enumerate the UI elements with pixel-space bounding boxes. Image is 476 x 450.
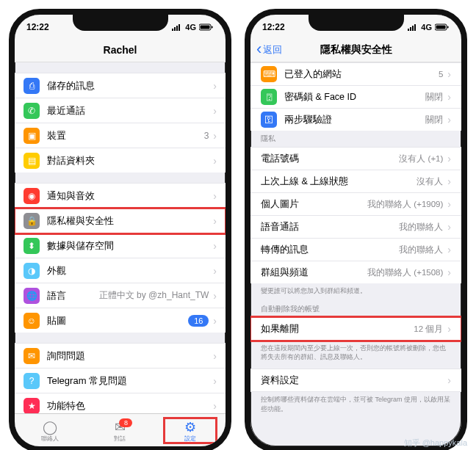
chevron-right-icon: › — [213, 400, 217, 412]
section-footer-privacy: 變更誰可以將您加入到群組和頻道。 — [250, 283, 461, 297]
row-label: 兩步驟驗證 — [284, 114, 425, 126]
chevron-right-icon: › — [447, 244, 451, 255]
faq-icon: ? — [24, 373, 40, 389]
bell-icon: ◉ — [24, 188, 40, 204]
faceid-icon: ⍰ — [261, 89, 277, 105]
settings-row[interactable]: 🌐語言正體中文 by @zh_Hant_TW› — [15, 283, 226, 308]
row-detail: 我的聯絡人 — [399, 244, 443, 255]
row-label: 外觀 — [47, 264, 212, 277]
battery-icon — [435, 23, 450, 31]
row-label: 隱私權與安全性 — [47, 214, 212, 228]
settings-row[interactable]: ▤對話資料夾› — [15, 148, 226, 173]
settings-list[interactable]: ⎙儲存的訊息›✆最近通話›▣裝置3›▤對話資料夾›◉通知與音效›🔒隱私權與安全性… — [15, 62, 226, 416]
settings-row[interactable]: ⬍數據與儲存空間› — [15, 233, 226, 258]
settings-row[interactable]: 🔒隱私權與安全性› — [15, 208, 226, 233]
svg-rect-3 — [178, 24, 180, 31]
row-label: 通知與音效 — [47, 189, 212, 203]
settings-row[interactable]: ◉通知與音效› — [15, 183, 226, 208]
privacy-list[interactable]: ⌨已登入的網站5›⍰密碼鎖 & Face ID關閉›⚿兩步驟驗證關閉› 隱私 電… — [250, 62, 461, 449]
chevron-right-icon: › — [447, 266, 451, 278]
tab-chats[interactable]: 8 ✉ 對話 — [94, 418, 145, 443]
row-detail: 沒有人 (+1) — [399, 153, 443, 164]
language-icon: 🌐 — [24, 288, 40, 304]
svg-rect-13 — [447, 26, 449, 29]
chevron-right-icon: › — [213, 215, 217, 227]
row-detail: 我的聯絡人 — [399, 222, 443, 233]
row-detail: 3 — [204, 131, 209, 141]
notch — [73, 15, 168, 31]
status-time: 12:22 — [262, 22, 285, 32]
settings-row[interactable]: ◑外觀› — [15, 258, 226, 283]
settings-row[interactable]: ☺貼圖16› — [15, 308, 226, 333]
row-data-settings[interactable]: 資料設定 › — [250, 369, 461, 392]
privacy-row[interactable]: 個人圖片我的聯絡人 (+1909)› — [250, 193, 461, 216]
lock-icon: 🔒 — [24, 213, 40, 229]
back-button[interactable]: 返回 — [256, 43, 282, 57]
svg-rect-0 — [172, 29, 173, 31]
title-bar: Rachel — [15, 38, 226, 62]
svg-rect-8 — [410, 27, 411, 31]
key-icon: ⚿ — [261, 112, 277, 128]
row-label: Telegram 常見問題 — [47, 374, 212, 388]
settings-row[interactable]: ⍰密碼鎖 & Face ID關閉› — [250, 86, 461, 109]
privacy-row[interactable]: 電話號碼沒有人 (+1)› — [250, 147, 461, 170]
network-label: 4G — [421, 23, 432, 32]
privacy-row[interactable]: 上次上線 & 上線狀態沒有人› — [250, 170, 461, 193]
chevron-right-icon: › — [213, 350, 217, 362]
chevron-right-icon: › — [213, 190, 217, 202]
row-label: 詢問問題 — [47, 349, 212, 363]
chat-icon: ✉ — [24, 348, 40, 364]
row-label: 個人圖片 — [261, 198, 367, 211]
chevron-right-icon: › — [447, 175, 451, 187]
settings-row[interactable]: ⚿兩步驟驗證關閉› — [250, 109, 461, 131]
row-badge: 16 — [188, 315, 209, 327]
row-label: 語音通話 — [261, 221, 399, 233]
settings-row[interactable]: ✆最近通話› — [15, 98, 226, 123]
svg-rect-7 — [408, 29, 409, 31]
settings-row[interactable]: ▣裝置3› — [15, 123, 226, 148]
settings-row[interactable]: ?Telegram 常見問題› — [15, 369, 226, 393]
row-label: 電話號碼 — [261, 153, 399, 165]
privacy-row[interactable]: 轉傳的訊息我的聯絡人› — [250, 239, 461, 261]
chevron-right-icon: › — [213, 265, 217, 277]
data-icon: ⬍ — [24, 238, 40, 254]
tab-settings[interactable]: ⚙ 設定 — [165, 418, 216, 443]
svg-rect-6 — [212, 26, 213, 29]
row-if-away[interactable]: 如果離開 12 個月 › — [250, 317, 461, 341]
battery-icon — [199, 23, 214, 31]
tab-label: 聯絡人 — [41, 435, 59, 443]
tab-contacts[interactable]: ◯ 聯絡人 — [24, 418, 76, 443]
privacy-row[interactable]: 語音通話我的聯絡人› — [250, 216, 461, 239]
chevron-right-icon: › — [447, 68, 451, 80]
chevron-right-icon: › — [447, 221, 451, 233]
chevron-right-icon: › — [213, 240, 217, 252]
page-title: 隱私權與安全性 — [320, 43, 392, 57]
chevron-right-icon: › — [213, 315, 217, 327]
signal-icon — [408, 23, 418, 31]
chevron-right-icon: › — [447, 114, 451, 126]
row-label: 數據與儲存空間 — [47, 239, 212, 253]
features-icon: ★ — [24, 398, 40, 414]
settings-row[interactable]: ✉詢問問題› — [15, 343, 226, 369]
settings-row[interactable]: ⎙儲存的訊息› — [15, 73, 226, 98]
folder-icon: ▤ — [24, 153, 40, 169]
appearance-icon: ◑ — [24, 263, 40, 279]
tab-label: 對話 — [114, 435, 126, 443]
row-label: 裝置 — [47, 129, 204, 142]
row-label: 最近通話 — [47, 104, 212, 117]
privacy-row[interactable]: 群組與頻道我的聯絡人 (+1508)› — [250, 261, 461, 283]
network-label: 4G — [185, 23, 196, 32]
signal-icon — [172, 23, 182, 31]
svg-rect-5 — [201, 26, 210, 29]
row-label: 密碼鎖 & Face ID — [284, 91, 425, 104]
settings-row[interactable]: ⌨已登入的網站5› — [250, 62, 461, 86]
chevron-right-icon: › — [447, 198, 451, 210]
section-footer-delete: 您在這段期間內至少要上線一次，否則您的帳號將被刪除，您也將失去所有的群組、訊息及… — [250, 341, 461, 363]
section-header-delete: 自動刪除我的帳號 — [250, 301, 461, 317]
row-label: 已登入的網站 — [284, 68, 439, 81]
row-label: 貼圖 — [47, 314, 188, 327]
section-footer-data: 控制將哪些資料儲存在雲端中，並可被 Telegram 使用，以啟用某些功能。 — [250, 392, 461, 414]
chevron-right-icon: › — [213, 105, 217, 117]
phone-icon: ✆ — [24, 103, 40, 119]
row-detail: 我的聯絡人 (+1508) — [367, 267, 443, 278]
